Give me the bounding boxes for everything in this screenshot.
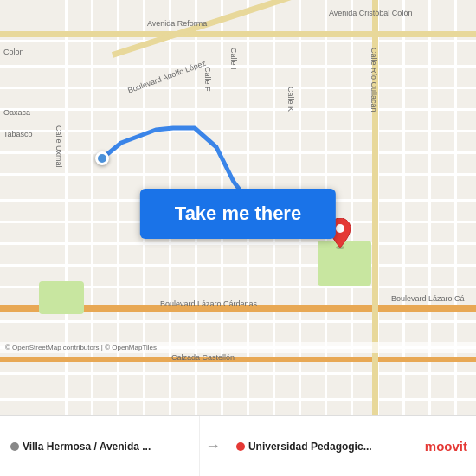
moovit-logo: moovit bbox=[425, 416, 476, 476]
map-attribution: © OpenStreetMap contributors | © OpenMap… bbox=[0, 342, 476, 353]
svg-point-1 bbox=[336, 224, 344, 233]
moovit-brand: moovit bbox=[425, 439, 467, 453]
to-section: Universidad Pedagogic... bbox=[226, 416, 425, 476]
take-me-there-button[interactable]: Take me there bbox=[140, 189, 336, 239]
arrow-separator: → bbox=[200, 416, 226, 476]
from-section: Villa Hermosa / Avenida ... bbox=[0, 416, 200, 476]
map-container: Avenida Cristóbal Colón Colon Avenida Re… bbox=[0, 0, 476, 415]
from-name: Villa Hermosa / Avenida ... bbox=[23, 441, 151, 453]
to-dot bbox=[236, 442, 245, 451]
bottom-bar: Villa Hermosa / Avenida ... → Universida… bbox=[0, 415, 476, 476]
from-dot bbox=[10, 442, 19, 451]
to-name: Universidad Pedagogic... bbox=[248, 441, 372, 453]
origin-marker bbox=[95, 151, 109, 165]
